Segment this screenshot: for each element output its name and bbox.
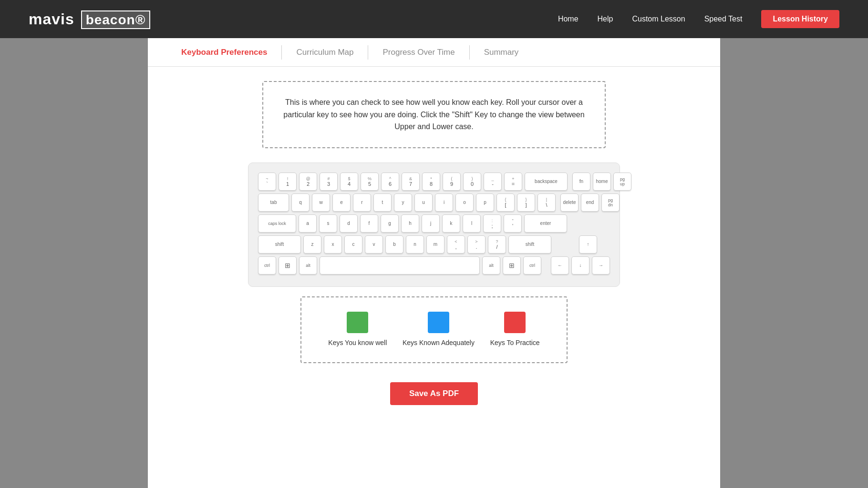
tab-keyboard-preferences-label: Keyboard Preferences — [181, 48, 267, 57]
key-backtick[interactable]: ~` — [258, 173, 276, 191]
save-pdf-button[interactable]: Save As PDF — [390, 382, 478, 405]
key-tab[interactable]: tab — [258, 193, 289, 212]
legend-color-blue — [428, 312, 449, 333]
key-comma[interactable]: <, — [447, 235, 465, 254]
key-a[interactable]: a — [299, 214, 317, 233]
tabs-bar: Keyboard Preferences Curriculum Map Prog… — [148, 38, 720, 67]
key-arrow-up[interactable]: ↑ — [579, 235, 597, 254]
key-delete[interactable]: delete — [560, 193, 579, 212]
lesson-history-button[interactable]: Lesson History — [761, 10, 839, 28]
info-box-text: This is where you can check to see how w… — [282, 96, 586, 133]
key-9[interactable]: (9 — [443, 173, 461, 191]
key-period[interactable]: >. — [467, 235, 486, 254]
nav-speed-test[interactable]: Speed Test — [704, 15, 743, 23]
key-bracket-left[interactable]: {[ — [496, 193, 515, 212]
key-j[interactable]: j — [422, 214, 440, 233]
tab-keyboard-preferences[interactable]: Keyboard Preferences — [167, 38, 281, 66]
key-1[interactable]: !1 — [279, 173, 297, 191]
key-w[interactable]: w — [312, 193, 330, 212]
logo: mavis beacon® — [29, 10, 150, 28]
key-pgdn[interactable]: pgdn — [601, 193, 620, 212]
tab-summary[interactable]: Summary — [470, 38, 533, 66]
key-enter[interactable]: enter — [524, 214, 567, 233]
key-x[interactable]: x — [324, 235, 342, 254]
main-nav: Home Help Custom Lesson Speed Test Lesso… — [558, 10, 839, 28]
key-e[interactable]: e — [332, 193, 351, 212]
key-4[interactable]: $4 — [340, 173, 358, 191]
key-m[interactable]: m — [426, 235, 444, 254]
key-8[interactable]: *8 — [422, 173, 440, 191]
key-h[interactable]: h — [401, 214, 419, 233]
key-equals[interactable]: += — [504, 173, 522, 191]
key-i[interactable]: i — [435, 193, 453, 212]
key-backslash[interactable]: |\ — [537, 193, 556, 212]
key-win-left[interactable]: ⊞ — [279, 256, 297, 274]
key-g[interactable]: g — [381, 214, 399, 233]
key-r[interactable]: r — [353, 193, 371, 212]
key-quote[interactable]: "' — [504, 214, 522, 233]
key-0[interactable]: )0 — [463, 173, 481, 191]
logo-beacon: beacon® — [81, 10, 151, 29]
key-backspace[interactable]: backspace — [525, 173, 568, 191]
key-6[interactable]: ^6 — [381, 173, 399, 191]
tab-progress-over-time-label: Progress Over Time — [382, 48, 455, 57]
tab-curriculum-map[interactable]: Curriculum Map — [282, 38, 368, 66]
key-2[interactable]: @2 — [299, 173, 317, 191]
key-q[interactable]: q — [291, 193, 310, 212]
key-arrow-down[interactable]: ↓ — [571, 256, 589, 274]
key-minus[interactable]: _- — [484, 173, 502, 191]
key-u[interactable]: u — [414, 193, 433, 212]
key-arrow-left[interactable]: ← — [551, 256, 569, 274]
key-semicolon[interactable]: :; — [483, 214, 501, 233]
key-shift-left[interactable]: shift — [258, 235, 301, 254]
key-fn[interactable]: fn — [572, 173, 590, 191]
key-p[interactable]: p — [476, 193, 494, 212]
key-d[interactable]: d — [340, 214, 358, 233]
key-f[interactable]: f — [360, 214, 378, 233]
key-win-right[interactable]: ⊞ — [503, 256, 521, 274]
key-l[interactable]: l — [463, 214, 481, 233]
key-row-2: tab q w e r t y u i o p {[ }] |\ delete … — [258, 193, 610, 212]
main-content: Keyboard Preferences Curriculum Map Prog… — [148, 38, 720, 488]
key-alt-left[interactable]: alt — [299, 256, 317, 274]
save-btn-container: Save As PDF — [148, 382, 720, 405]
key-5[interactable]: %5 — [361, 173, 379, 191]
key-s[interactable]: s — [319, 214, 337, 233]
nav-home[interactable]: Home — [558, 15, 579, 23]
key-slash[interactable]: ?/ — [488, 235, 506, 254]
tab-progress-over-time[interactable]: Progress Over Time — [368, 38, 469, 66]
legend-item-green: Keys You know well — [328, 312, 387, 346]
legend-color-red — [504, 312, 526, 333]
key-pgup[interactable]: pgup — [613, 173, 631, 191]
logo-mavis: mavis — [29, 10, 74, 28]
logo-text: mavis beacon® — [29, 10, 150, 28]
legend-label-red: Keys To Practice — [490, 339, 540, 346]
key-y[interactable]: y — [394, 193, 412, 212]
key-bracket-right[interactable]: }] — [517, 193, 535, 212]
key-shift-right[interactable]: shift — [508, 235, 551, 254]
key-b[interactable]: b — [385, 235, 403, 254]
logo-beacon-text: beacon® — [86, 12, 146, 27]
key-z[interactable]: z — [303, 235, 321, 254]
key-c[interactable]: c — [344, 235, 362, 254]
key-n[interactable]: n — [406, 235, 424, 254]
key-t[interactable]: t — [373, 193, 392, 212]
key-capslock[interactable]: caps lock — [258, 214, 296, 233]
legend-box: Keys You know well Keys Known Adequately… — [300, 296, 568, 363]
key-ctrl-right[interactable]: ctrl — [523, 256, 541, 274]
key-k[interactable]: k — [442, 214, 460, 233]
key-alt-right[interactable]: alt — [482, 256, 500, 274]
nav-help[interactable]: Help — [598, 15, 613, 23]
key-3[interactable]: #3 — [320, 173, 338, 191]
key-home[interactable]: home — [593, 173, 611, 191]
key-v[interactable]: v — [365, 235, 383, 254]
key-o[interactable]: o — [455, 193, 474, 212]
key-space[interactable] — [320, 256, 480, 274]
key-end[interactable]: end — [581, 193, 599, 212]
key-ctrl-left[interactable]: ctrl — [258, 256, 276, 274]
key-7[interactable]: &7 — [402, 173, 420, 191]
key-arrow-right[interactable]: → — [592, 256, 610, 274]
legend-label-blue: Keys Known Adequately — [403, 339, 475, 346]
nav-custom-lesson[interactable]: Custom Lesson — [632, 15, 685, 23]
legend-item-blue: Keys Known Adequately — [403, 312, 475, 346]
